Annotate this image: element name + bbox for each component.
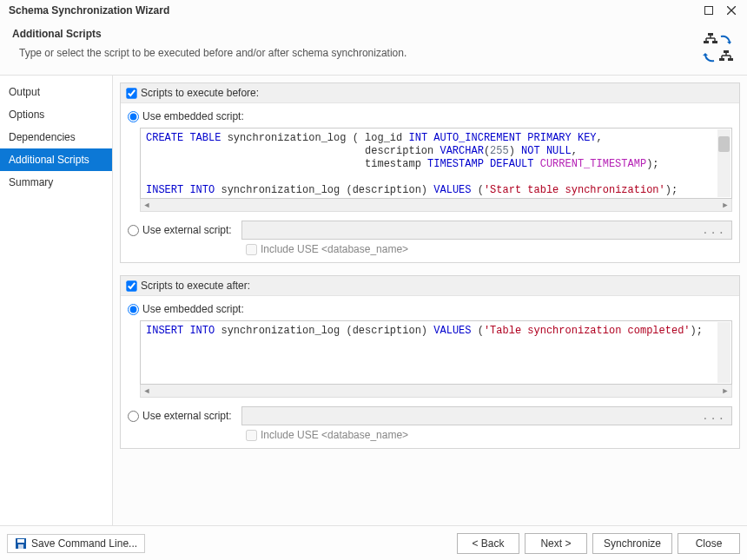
scroll-right-icon[interactable]: ► <box>719 200 731 211</box>
browse-icon[interactable]: ... <box>702 224 726 236</box>
before-hscrollbar[interactable]: ◄ ► <box>140 199 732 212</box>
svg-marker-18 <box>703 53 708 56</box>
svg-rect-20 <box>17 539 24 543</box>
svg-rect-15 <box>719 58 724 61</box>
before-embedded-label: Use embedded script: <box>142 110 244 122</box>
before-vscrollbar[interactable] <box>717 129 730 197</box>
after-include-use-label: Include USE <database_name> <box>261 429 408 441</box>
back-button[interactable]: < Back <box>457 533 519 554</box>
after-hscrollbar[interactable]: ◄ ► <box>140 385 732 398</box>
scripts-before-label: Scripts to execute before: <box>141 87 259 99</box>
body: Output Options Dependencies Additional S… <box>0 76 747 525</box>
page-subtitle: Additional Scripts <box>12 28 700 40</box>
window: Schema Synchronization Wizard Additional… <box>0 0 747 560</box>
scripts-before-group: Scripts to execute before: Use embedded … <box>120 82 740 263</box>
after-script-editor[interactable]: INSERT INTO synchronization_log (descrip… <box>140 320 732 385</box>
maximize-button[interactable] <box>698 2 719 19</box>
svg-rect-0 <box>705 7 713 15</box>
svg-rect-8 <box>704 41 709 43</box>
scroll-left-icon[interactable]: ◄ <box>141 200 153 211</box>
scripts-after-checkbox[interactable] <box>126 280 136 291</box>
close-footer-button[interactable]: Close <box>678 533 740 554</box>
before-include-use-checkbox[interactable] <box>246 244 257 255</box>
svg-rect-3 <box>708 33 713 36</box>
page-description: Type or select the script to be executed… <box>19 47 700 59</box>
before-external-path-input[interactable]: ... <box>241 221 732 240</box>
scroll-left-icon[interactable]: ◄ <box>141 385 153 397</box>
before-include-use-label: Include USE <database_name> <box>261 243 408 255</box>
after-vscrollbar[interactable] <box>717 322 730 383</box>
scripts-after-label: Scripts to execute after: <box>141 280 250 292</box>
after-external-label: Use external script: <box>142 410 241 422</box>
svg-rect-21 <box>18 544 23 549</box>
synchronize-button[interactable]: Synchronize <box>592 533 672 554</box>
sidebar-item-summary[interactable]: Summary <box>0 171 112 194</box>
svg-rect-10 <box>724 50 729 53</box>
close-button[interactable] <box>721 2 742 19</box>
save-command-line-button[interactable]: Save Command Line... <box>7 534 145 553</box>
scripts-after-group: Scripts to execute after: Use embedded s… <box>120 275 740 449</box>
sidebar: Output Options Dependencies Additional S… <box>0 76 113 525</box>
after-embedded-label: Use embedded script: <box>142 303 244 315</box>
titlebar: Schema Synchronization Wizard <box>0 0 747 21</box>
scroll-right-icon[interactable]: ► <box>719 385 731 397</box>
before-embedded-radio[interactable] <box>128 111 139 122</box>
after-external-path-input[interactable]: ... <box>241 406 732 425</box>
svg-rect-9 <box>712 41 717 43</box>
sidebar-item-additional-scripts[interactable]: Additional Scripts <box>0 148 112 171</box>
before-external-radio[interactable] <box>128 225 139 236</box>
before-script-editor[interactable]: CREATE TABLE synchronization_log ( log_i… <box>140 128 732 199</box>
before-external-label: Use external script: <box>142 224 241 236</box>
after-embedded-radio[interactable] <box>128 304 139 315</box>
main-content: Scripts to execute before: Use embedded … <box>113 76 747 525</box>
sidebar-item-output[interactable]: Output <box>0 81 112 103</box>
next-button[interactable]: Next > <box>525 533 587 554</box>
after-include-use-checkbox[interactable] <box>246 430 257 441</box>
save-command-line-label: Save Command Line... <box>31 537 137 550</box>
sync-icon <box>700 31 735 66</box>
window-title: Schema Synchronization Wizard <box>5 4 169 16</box>
svg-marker-17 <box>727 42 731 44</box>
header: Additional Scripts Type or select the sc… <box>0 21 747 75</box>
sidebar-item-options[interactable]: Options <box>0 103 112 126</box>
sidebar-item-dependencies[interactable]: Dependencies <box>0 126 112 148</box>
after-external-radio[interactable] <box>128 411 139 422</box>
save-icon <box>15 537 27 550</box>
scripts-before-checkbox[interactable] <box>126 88 136 98</box>
svg-rect-16 <box>728 58 733 61</box>
footer: Save Command Line... < Back Next > Synch… <box>0 525 747 560</box>
browse-icon[interactable]: ... <box>702 410 726 422</box>
